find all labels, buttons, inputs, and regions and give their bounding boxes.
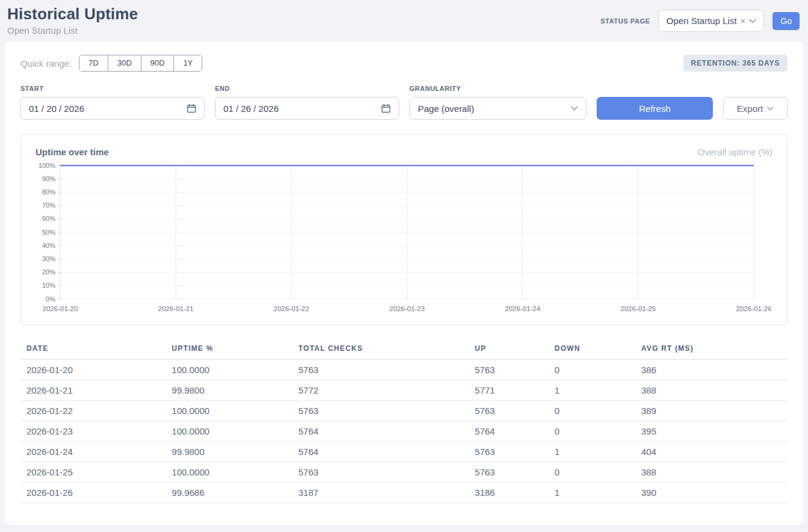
table-cell: 386 [636, 360, 788, 380]
chevron-down-icon [749, 19, 756, 23]
end-date-field-group: END 01 / 26 / 2026 [215, 85, 399, 120]
column-header: UPTIME % [167, 338, 293, 360]
table-cell: 5763 [470, 401, 550, 421]
column-header: UP [470, 338, 550, 360]
column-header: DOWN [550, 338, 636, 360]
table-cell: 5764 [294, 442, 470, 462]
clear-selection-icon[interactable]: × [741, 16, 746, 25]
svg-text:2026-01-25: 2026-01-25 [621, 305, 656, 312]
table-cell: 388 [636, 380, 788, 401]
svg-text:40%: 40% [42, 242, 55, 249]
start-date-input[interactable]: 01 / 20 / 2026 [20, 97, 205, 120]
calendar-icon[interactable] [381, 104, 391, 113]
svg-text:90%: 90% [42, 175, 55, 182]
chevron-down-icon [767, 107, 774, 111]
table-cell: 2026-01-21 [20, 380, 167, 401]
main-panel: Quick range: 7D30D90D1Y RETENTION: 365 D… [5, 42, 803, 525]
chart-legend: Overall uptime (%) [698, 147, 772, 157]
table-cell: 2026-01-20 [20, 360, 167, 380]
export-button-label: Export [737, 104, 763, 114]
svg-text:70%: 70% [42, 202, 55, 209]
table-cell: 2026-01-24 [20, 442, 167, 462]
granularity-select[interactable]: Page (overall) [409, 97, 586, 120]
table-cell: 0 [550, 401, 636, 421]
export-button[interactable]: Export [723, 97, 788, 120]
svg-text:20%: 20% [42, 268, 55, 276]
table-row: 2026-01-2699.9686318731861390 [20, 483, 788, 503]
uptime-line-chart: 0%10%20%30%40%50%60%70%80%90%100%2026-01… [21, 161, 787, 316]
table-cell: 388 [636, 462, 788, 483]
svg-text:2026-01-24: 2026-01-24 [505, 305, 541, 312]
table-cell: 395 [636, 421, 788, 442]
svg-text:30%: 30% [42, 255, 55, 262]
quick-range-row: Quick range: 7D30D90D1Y RETENTION: 365 D… [20, 55, 788, 72]
quick-range-90d[interactable]: 90D [141, 55, 175, 71]
column-header: DATE [20, 338, 167, 360]
table-cell: 1 [550, 380, 636, 401]
table-cell: 0 [550, 462, 636, 483]
granularity-selected-value: Page (overall) [418, 104, 474, 114]
table-cell: 404 [636, 442, 788, 462]
page-header: Historical Uptime Open Startup List STAT… [0, 0, 808, 36]
table-cell: 0 [550, 360, 636, 380]
svg-text:60%: 60% [42, 215, 55, 222]
status-page-label: STATUS PAGE [600, 17, 650, 25]
svg-text:50%: 50% [42, 229, 55, 236]
table-row: 2026-01-23100.0000576457640395 [20, 421, 788, 442]
table-cell: 2026-01-26 [20, 483, 167, 503]
quick-range-label: Quick range: [20, 58, 72, 69]
table-row: 2026-01-2199.9800577257711388 [20, 380, 788, 401]
svg-text:2026-01-21: 2026-01-21 [158, 305, 194, 312]
table-cell: 1 [550, 442, 636, 462]
table-cell: 2026-01-22 [20, 401, 167, 421]
granularity-label: GRANULARITY [409, 85, 586, 92]
calendar-icon[interactable] [187, 104, 196, 113]
table-row: 2026-01-20100.0000576357630386 [20, 360, 788, 380]
chart-title: Uptime over time [36, 147, 109, 157]
quick-range-30d[interactable]: 30D [108, 55, 141, 71]
table-cell: 5763 [294, 360, 470, 380]
table-cell: 0 [550, 421, 636, 442]
filter-fields-row: START 01 / 20 / 2026 END 01 / 26 / 2026 … [20, 85, 788, 120]
table-cell: 99.9686 [167, 483, 293, 503]
column-header: TOTAL CHECKS [294, 338, 470, 360]
end-date-input[interactable]: 01 / 26 / 2026 [215, 97, 399, 120]
start-label: START [20, 85, 205, 92]
table-cell: 100.0000 [167, 421, 293, 442]
end-date-value: 01 / 26 / 2026 [223, 104, 279, 114]
page-title: Historical Uptime [7, 5, 138, 23]
svg-text:10%: 10% [42, 282, 55, 289]
table-cell: 5763 [470, 442, 550, 462]
start-date-field-group: START 01 / 20 / 2026 [20, 85, 205, 120]
table-cell: 5763 [470, 462, 550, 483]
table-cell: 3187 [294, 483, 470, 503]
go-button[interactable]: Go [772, 12, 800, 30]
uptime-table: DATEUPTIME %TOTAL CHECKSUPDOWNAVG RT (MS… [20, 338, 788, 503]
table-cell: 5763 [294, 401, 470, 421]
table-row: 2026-01-22100.0000576357630389 [20, 401, 788, 421]
table-cell: 5772 [294, 380, 470, 401]
svg-text:100%: 100% [39, 162, 55, 169]
table-cell: 2026-01-25 [20, 462, 167, 483]
table-cell: 389 [636, 401, 788, 421]
svg-text:2026-01-26: 2026-01-26 [736, 305, 772, 312]
status-page-select[interactable]: Open Startup List × [659, 10, 765, 32]
table-cell: 100.0000 [167, 360, 293, 380]
quick-range-7d[interactable]: 7D [79, 55, 108, 71]
svg-text:2026-01-20: 2026-01-20 [43, 305, 78, 312]
quick-range-1y[interactable]: 1Y [174, 55, 202, 71]
table-cell: 5764 [294, 421, 470, 442]
table-row: 2026-01-2499.9800576457631404 [20, 442, 788, 462]
uptime-chart-card: Uptime over time Overall uptime (%) 0%10… [20, 134, 788, 325]
table-cell: 2026-01-23 [20, 421, 167, 442]
table-cell: 5771 [470, 380, 550, 401]
table-cell: 3186 [470, 483, 550, 503]
table-cell: 100.0000 [167, 462, 293, 483]
table-cell: 100.0000 [167, 401, 293, 421]
page-subtitle: Open Startup List [7, 25, 138, 36]
chevron-down-icon [571, 106, 578, 111]
refresh-button[interactable]: Refresh [597, 97, 713, 120]
table-cell: 5763 [294, 462, 470, 483]
table-cell: 390 [636, 483, 788, 503]
table-header-row: DATEUPTIME %TOTAL CHECKSUPDOWNAVG RT (MS… [20, 338, 788, 360]
